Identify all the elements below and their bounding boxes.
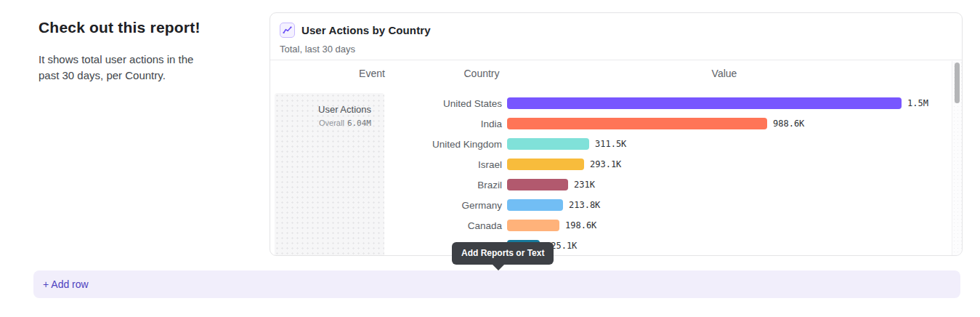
report-subtitle: Total, last 30 days — [280, 44, 355, 55]
value-label: 231K — [574, 180, 595, 190]
value-bar[interactable] — [507, 138, 589, 150]
header-divider — [270, 60, 962, 60]
chart-row: Germany213.8K — [270, 195, 952, 215]
report-title: User Actions by Country — [301, 24, 431, 36]
country-label: United Kingdom — [270, 139, 502, 150]
scrollbar-track[interactable] — [952, 61, 962, 255]
chart-row: United Kingdom311.5K — [270, 134, 952, 154]
value-bar[interactable] — [507, 118, 767, 129]
chart-row: Brazil231K — [270, 174, 952, 195]
line-chart-icon — [280, 23, 295, 38]
scrollbar-thumb[interactable] — [955, 63, 960, 103]
country-label: Canada — [270, 220, 502, 231]
country-label: United States — [270, 98, 502, 109]
tooltip-label: Add Reports or Text — [461, 248, 544, 258]
country-label: India — [270, 119, 502, 129]
intro-text-block: Check out this report! It shows total us… — [39, 19, 220, 84]
chart-row: Canada198.6K — [270, 215, 952, 236]
add-row-button[interactable]: + Add row — [33, 270, 960, 298]
report-card[interactable]: User Actions by Country Total, last 30 d… — [270, 12, 963, 256]
value-bar[interactable] — [507, 220, 559, 231]
value-bar[interactable] — [507, 97, 902, 109]
value-bar[interactable] — [507, 199, 563, 211]
country-label: Brazil — [270, 180, 502, 190]
value-label: 988.6K — [773, 119, 804, 129]
chart-row: Israel293.1K — [270, 154, 952, 174]
chart-row: France125.1K — [270, 236, 952, 255]
country-label: Israel — [270, 159, 502, 170]
value-label: 293.1K — [590, 159, 621, 169]
report-card-header: User Actions by Country Total, last 30 d… — [270, 13, 962, 60]
value-bar[interactable] — [507, 179, 568, 190]
country-label: Germany — [270, 200, 502, 211]
value-label: 213.8K — [569, 200, 600, 210]
tooltip-caret-icon — [493, 265, 504, 270]
value-label: 1.5M — [907, 98, 928, 108]
intro-heading: Check out this report! — [39, 19, 220, 36]
bar-chart-area: User Actions Overall6.04M United States1… — [270, 61, 962, 255]
value-label: 198.6K — [565, 220, 596, 230]
value-bar[interactable] — [507, 158, 584, 170]
chart-row: United States1.5M — [270, 93, 952, 113]
intro-description: It shows total user actions in the past … — [39, 52, 210, 84]
chart-row: India988.6K — [270, 113, 952, 134]
add-row-label: + Add row — [43, 278, 89, 290]
value-label: 311.5K — [595, 139, 626, 149]
add-reports-tooltip: Add Reports or Text — [452, 242, 554, 265]
